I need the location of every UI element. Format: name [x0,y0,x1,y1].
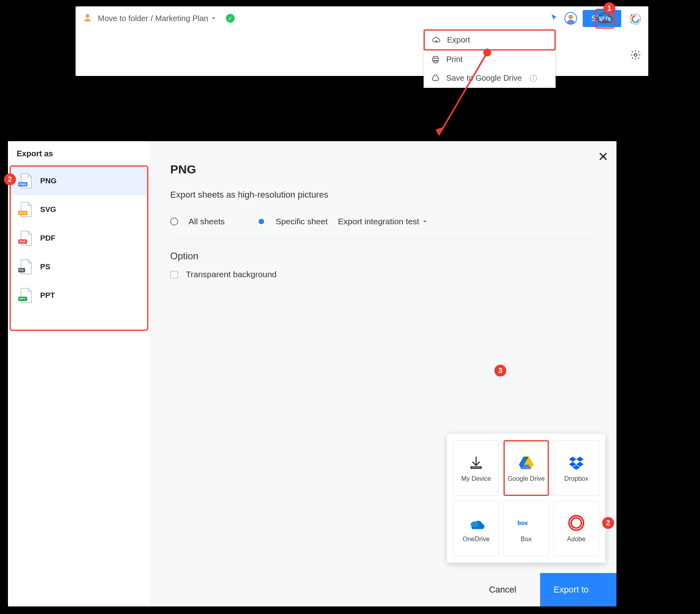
target-label: My Device [461,475,491,482]
export-target-panel: My Device Google Drive Dropbox OneDrive … [447,434,605,563]
breadcrumb-current: Marketing Plan [155,14,208,23]
chevron-down-icon[interactable] [211,14,216,23]
topbar: Move to folder / Marketing Plan ✓ Share [76,6,648,30]
svg-point-4 [634,54,637,56]
svg-marker-17 [569,457,576,462]
transparent-label: Transparent background [186,270,276,279]
svg-marker-18 [576,457,583,462]
info-icon: i [530,75,537,82]
cancel-button[interactable]: Cancel [489,585,516,595]
format-item-pdf[interactable]: PDF PDF [11,224,147,253]
presence-icon [83,13,92,24]
sheet-scope-row: All sheets Specific sheet Export integra… [170,217,597,239]
format-list: PNG PNG SVG SVG PDF PDF [10,165,148,331]
format-label: SVG [40,205,56,214]
target-box[interactable]: box Box [504,501,549,556]
radio-all-label: All sheets [189,217,225,226]
svg-point-24 [571,518,581,528]
format-label: PS [40,262,50,271]
callout-badge-1: 1 [603,2,615,14]
svg-point-0 [86,14,89,18]
file-ppt-icon: PPT [19,288,32,303]
target-label: Dropbox [564,475,588,482]
target-adobe[interactable]: Adobe [554,501,599,556]
target-label: Box [521,536,532,543]
format-item-ppt[interactable]: PPT PPT [11,281,147,310]
extension-icon[interactable] [630,14,641,25]
app-window: Move to folder / Marketing Plan ✓ Share [76,6,648,76]
sync-ok-icon: ✓ [226,14,235,23]
transparent-checkbox[interactable] [170,271,178,279]
svg-text:box: box [517,520,528,526]
target-label: Adobe [567,536,585,543]
export-dialog: Export as PNG PNG SVG SVG PDF [8,141,616,606]
menu-label: Export [447,35,470,45]
format-label: PNG [40,177,56,185]
radio-all-sheets[interactable] [170,218,178,225]
export-title: PNG [170,163,597,176]
target-dropbox[interactable]: Dropbox [554,440,599,496]
dialog-footer: Cancel Export to [293,573,616,606]
svg-point-1 [568,15,573,19]
close-icon[interactable]: ✕ [598,149,609,164]
file-ps-icon: PS [19,259,32,275]
sheet-name: Export integration test [338,217,419,226]
option-heading: Option [170,251,597,262]
chevron-down-icon [422,219,427,224]
sidebar-title: Export as [8,149,150,165]
svg-line-9 [439,52,487,135]
sheet-selector[interactable]: Export integration test [338,217,427,226]
file-svg-icon: SVG [19,202,32,218]
target-label: OneDrive [463,536,490,543]
transparent-row[interactable]: Transparent background [170,270,597,279]
target-label: Google Drive [508,475,544,482]
format-label: PPT [40,291,55,300]
export-subtitle: Export sheets as high-resolution picture… [170,190,597,200]
format-item-ps[interactable]: PS PS [11,253,147,281]
file-png-icon: PNG [19,173,32,189]
format-item-png[interactable]: PNG PNG [11,167,147,195]
format-item-svg[interactable]: SVG SVG [11,195,147,224]
svg-rect-11 [471,467,481,468]
breadcrumb-parent: Move to folder [98,14,148,23]
export-main-panel: ✕ PNG Export sheets as high-resolution p… [150,141,616,606]
user-avatar[interactable] [564,12,577,25]
export-format-sidebar: Export as PNG PNG SVG SVG PDF [8,141,150,606]
export-to-label: Export to [554,585,589,595]
callout-badge-footer-2: 2 [602,517,614,529]
cursor-icon[interactable] [550,13,559,23]
target-my-device[interactable]: My Device [453,440,499,496]
settings-icon[interactable] [630,49,641,62]
callout-arrow [432,47,495,142]
svg-point-22 [471,521,478,527]
format-label: PDF [40,234,55,243]
export-to-button[interactable]: Export to [540,573,616,606]
file-pdf-icon: PDF [19,230,32,246]
radio-specific-sheet[interactable] [257,218,265,225]
target-onedrive[interactable]: OneDrive [453,501,499,556]
breadcrumb[interactable]: Move to folder / Marketing Plan [98,14,216,23]
radio-specific-label: Specific sheet [276,217,328,226]
target-google-drive[interactable]: Google Drive [504,440,549,496]
callout-badge-2: 2 [4,173,16,185]
callout-badge-3: 3 [494,365,506,377]
